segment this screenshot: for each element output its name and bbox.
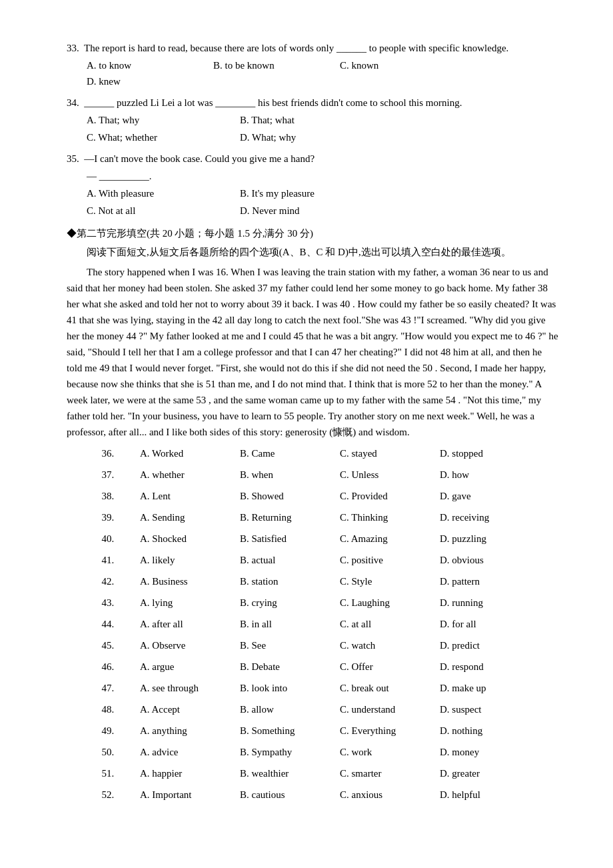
q33-opt-d: D. knew xyxy=(87,73,193,89)
aq-3-opt-2: C. Thinking xyxy=(340,509,426,525)
aq-4-num: 40. xyxy=(102,531,127,547)
aq-5-opt-3: D. obvious xyxy=(440,552,526,568)
aq-5-options: 41.A. likelyB. actualC. positiveD. obvio… xyxy=(67,552,560,568)
aq-10-num: 46. xyxy=(102,659,127,675)
aq-13-opt-3: D. nothing xyxy=(440,723,526,739)
aq-7-num: 43. xyxy=(102,595,127,611)
q33-options: A. to know B. to be known C. known D. kn… xyxy=(67,57,560,89)
aq-15-opt-0: A. happier xyxy=(140,765,227,781)
aq-5-opt-0: A. likely xyxy=(140,552,227,568)
answer-question-46: 46.A. argueB. DebateC. OfferD. respond xyxy=(67,659,560,675)
answer-question-48: 48.A. AcceptB. allowC. understandD. susp… xyxy=(67,701,560,717)
aq-14-options: 50.A. adviceB. SympathyC. workD. money xyxy=(67,744,560,760)
aq-8-num: 44. xyxy=(102,616,127,632)
section2-instruction: 阅读下面短文,从短文后各题所给的四个选项(A、B、C 和 D)中,选出可以填入空… xyxy=(67,244,560,260)
aq-4-options: 40.A. ShockedB. SatisfiedC. AmazingD. pu… xyxy=(67,531,560,547)
aq-3-opt-1: B. Returning xyxy=(240,509,326,525)
q34-num: 34. xyxy=(67,97,79,108)
question-34-text: 34. ______ puzzled Li Lei a lot was ____… xyxy=(67,95,560,111)
aq-1-options: 37.A. whetherB. whenC. UnlessD. how xyxy=(67,467,560,483)
aq-0-opt-3: D. stopped xyxy=(440,445,526,461)
answer-question-49: 49.A. anythingB. SomethingC. EverythingD… xyxy=(67,723,560,739)
answer-question-41: 41.A. likelyB. actualC. positiveD. obvio… xyxy=(67,552,560,568)
q35-body: —I can't move the book case. Could you g… xyxy=(84,153,314,164)
answer-question-39: 39.A. SendingB. ReturningC. ThinkingD. r… xyxy=(67,509,560,525)
aq-11-options: 47.A. see throughB. look intoC. break ou… xyxy=(67,680,560,696)
aq-12-opt-0: A. Accept xyxy=(140,701,227,717)
aq-10-opt-2: C. Offer xyxy=(340,659,426,675)
q34-opt-a: A. That; why xyxy=(87,112,220,128)
section2-header: ◆第二节完形填空(共 20 小题；每小题 1.5 分,满分 30 分) xyxy=(67,225,560,241)
aq-13-opt-0: A. anything xyxy=(140,723,227,739)
aq-11-opt-0: A. see through xyxy=(140,680,227,696)
q34-opt-c: C. What; whether xyxy=(87,129,220,145)
aq-10-opt-3: D. respond xyxy=(440,659,526,675)
aq-7-opt-0: A. lying xyxy=(140,595,227,611)
aq-11-opt-3: D. make up xyxy=(440,680,526,696)
aq-7-options: 43.A. lyingB. cryingC. LaughingD. runnin… xyxy=(67,595,560,611)
question-35-text: 35. —I can't move the book case. Could y… xyxy=(67,151,560,167)
answer-question-43: 43.A. lyingB. cryingC. LaughingD. runnin… xyxy=(67,595,560,611)
aq-2-opt-3: D. gave xyxy=(440,488,526,504)
aq-1-opt-0: A. whether xyxy=(140,467,227,483)
q34-options-row2: C. What; whether D. What; why xyxy=(67,129,560,145)
aq-0-opt-2: C. stayed xyxy=(340,445,426,461)
aq-12-opt-3: D. suspect xyxy=(440,701,526,717)
answer-questions: 36.A. WorkedB. CameC. stayedD. stopped37… xyxy=(67,445,560,803)
answer-question-52: 52.A. ImportantB. cautiousC. anxiousD. h… xyxy=(67,787,560,803)
aq-0-opt-0: A. Worked xyxy=(140,445,227,461)
aq-2-num: 38. xyxy=(102,488,127,504)
aq-16-options: 52.A. ImportantB. cautiousC. anxiousD. h… xyxy=(67,787,560,803)
answer-question-38: 38.A. LentB. ShowedC. ProvidedD. gave xyxy=(67,488,560,504)
answer-question-50: 50.A. adviceB. SympathyC. workD. money xyxy=(67,744,560,760)
aq-10-opt-0: A. argue xyxy=(140,659,227,675)
q35-options-row2: C. Not at all D. Never mind xyxy=(67,203,560,219)
aq-3-num: 39. xyxy=(102,509,127,525)
passage-block: The story happened when I was 16. When I… xyxy=(67,264,560,440)
aq-6-opt-3: D. pattern xyxy=(440,573,526,589)
aq-10-opt-1: B. Debate xyxy=(240,659,326,675)
aq-14-opt-3: D. money xyxy=(440,744,526,760)
aq-5-num: 41. xyxy=(102,552,127,568)
q35-opt-a: A. With pleasure xyxy=(87,185,220,201)
answer-question-47: 47.A. see throughB. look intoC. break ou… xyxy=(67,680,560,696)
q33-opt-b: B. to be known xyxy=(213,57,320,73)
aq-12-opt-1: B. allow xyxy=(240,701,326,717)
aq-9-options: 45.A. ObserveB. SeeC. watchD. predict xyxy=(67,637,560,653)
aq-3-options: 39.A. SendingB. ReturningC. ThinkingD. r… xyxy=(67,509,560,525)
aq-11-num: 47. xyxy=(102,680,127,696)
aq-2-options: 38.A. LentB. ShowedC. ProvidedD. gave xyxy=(67,488,560,504)
aq-6-num: 42. xyxy=(102,573,127,589)
aq-13-num: 49. xyxy=(102,723,127,739)
aq-12-opt-2: C. understand xyxy=(340,701,426,717)
answer-question-42: 42.A. BusinessB. stationC. StyleD. patte… xyxy=(67,573,560,589)
aq-3-opt-3: D. receiving xyxy=(440,509,526,525)
q33-body: The report is hard to read, because ther… xyxy=(84,43,508,53)
answer-question-44: 44.A. after allB. in allC. at allD. for … xyxy=(67,616,560,632)
aq-5-opt-2: C. positive xyxy=(340,552,426,568)
answer-question-37: 37.A. whetherB. whenC. UnlessD. how xyxy=(67,467,560,483)
q34-opt-b: B. That; what xyxy=(240,112,373,128)
aq-15-options: 51.A. happierB. wealthierC. smarterD. gr… xyxy=(67,765,560,781)
aq-8-opt-0: A. after all xyxy=(140,616,227,632)
q35-options-row1: A. With pleasure B. It's my pleasure xyxy=(67,185,560,201)
q34-options-row1: A. That; why B. That; what xyxy=(67,112,560,128)
aq-6-options: 42.A. BusinessB. stationC. StyleD. patte… xyxy=(67,573,560,589)
aq-15-opt-3: D. greater xyxy=(440,765,526,781)
aq-12-options: 48.A. AcceptB. allowC. understandD. susp… xyxy=(67,701,560,717)
aq-1-opt-3: D. how xyxy=(440,467,526,483)
aq-15-opt-2: C. smarter xyxy=(340,765,426,781)
aq-8-opt-3: D. for all xyxy=(440,616,526,632)
aq-13-opt-1: B. Something xyxy=(240,723,326,739)
passage-text: The story happened when I was 16. When I… xyxy=(67,264,560,440)
aq-8-opt-1: B. in all xyxy=(240,616,326,632)
aq-9-num: 45. xyxy=(102,637,127,653)
q34-opt-d: D. What; why xyxy=(240,129,373,145)
aq-9-opt-1: B. See xyxy=(240,637,326,653)
aq-8-options: 44.A. after allB. in allC. at allD. for … xyxy=(67,616,560,632)
question-33-text: 33. The report is hard to read, because … xyxy=(67,40,560,56)
answer-question-40: 40.A. ShockedB. SatisfiedC. AmazingD. pu… xyxy=(67,531,560,547)
aq-14-opt-0: A. advice xyxy=(140,744,227,760)
aq-12-num: 48. xyxy=(102,701,127,717)
aq-1-opt-2: C. Unless xyxy=(340,467,426,483)
